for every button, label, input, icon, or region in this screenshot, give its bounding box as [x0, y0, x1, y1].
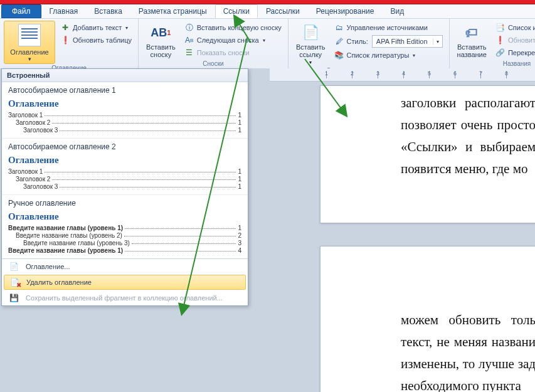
ribbon: Оглавление ▾ ✚ Добавить текст ▾ ❗ Обнови…	[0, 19, 535, 70]
endnote-icon: ⓘ	[184, 23, 194, 33]
style-label: Стиль:	[347, 38, 368, 45]
toc-gallery-panel: Встроенный Автособираемое оглавление 1 О…	[1, 68, 248, 306]
ruler-tick	[480, 71, 506, 78]
toc-button[interactable]: Оглавление ▾	[4, 21, 55, 64]
next-footnote-icon: AB	[184, 35, 194, 45]
citation-style-row: 🖉 Стиль: APA Fifth Edition ▾	[332, 34, 445, 48]
ruler-tick	[455, 71, 480, 78]
update-captions-label: Обновить таблицу	[508, 36, 535, 44]
document-text: можем обновить толь текст, не меняя назв…	[401, 309, 535, 392]
ruler-tick	[378, 71, 403, 78]
plus-icon: ✚	[60, 23, 70, 33]
toc-line: Заголовок 11	[8, 168, 241, 175]
tab-view[interactable]: Вид	[382, 4, 412, 18]
group-captions-label: Названия	[453, 60, 535, 68]
insert-caption-button[interactable]: 🏷 Вставить название	[453, 21, 490, 60]
toc-template-auto1[interactable]: Автособираемое оглавление 1 Оглавление З…	[2, 82, 248, 139]
illustrations-list-button[interactable]: 📑 Список иллюстраций	[493, 22, 535, 33]
insert-footnote-label: Вставить сноску	[146, 43, 176, 58]
style-combo-value: APA Fifth Edition	[373, 38, 432, 45]
toc-line: Заголовок 31	[23, 183, 241, 190]
illustrations-list-label: Список иллюстраций	[508, 24, 535, 31]
tab-mailings[interactable]: Рассылки	[258, 4, 308, 18]
next-footnote-button[interactable]: AB Следующая сноска ▾	[182, 34, 284, 46]
group-captions: 🏷 Вставить название 📑 Список иллюстраций…	[450, 19, 535, 69]
template-title: Автособираемое оглавление 2	[8, 142, 241, 151]
add-text-button[interactable]: ✚ Добавить текст ▾	[58, 22, 134, 33]
toc-line: Заголовок 21	[16, 119, 241, 126]
toc-line: Введите название главы (уровень 2)2	[16, 232, 241, 239]
ruler-tick	[326, 71, 352, 78]
group-footnotes: AB1 Вставить сноску ⓘ Вставить концевую …	[139, 19, 289, 69]
title-bar-strip	[0, 0, 535, 4]
caption-icon: 🏷	[462, 23, 481, 42]
tab-file[interactable]: Файл	[1, 4, 41, 18]
refresh-icon: ❗	[495, 35, 506, 45]
save-selection-icon: 💾	[8, 293, 19, 303]
insert-endnote-button[interactable]: ⓘ Вставить концевую сноску	[182, 22, 284, 33]
toc-button-label: Оглавление	[10, 48, 48, 56]
manage-sources-icon: 🗂	[334, 23, 344, 33]
ribbon-tabs: Файл Главная Вставка Разметка страницы С…	[0, 4, 535, 19]
toc-line: Введите название главы (уровень 3)3	[23, 240, 241, 246]
menu-remove-toc-label: Удалить оглавление	[26, 278, 92, 286]
crossref-button[interactable]: 🔗 Перекрестная ссылка	[493, 47, 535, 58]
show-footnotes-button[interactable]: ☰ Показать сноски	[182, 47, 284, 58]
manage-sources-button[interactable]: 🗂 Управление источниками	[332, 22, 445, 33]
ruler[interactable]	[270, 68, 535, 82]
document-page[interactable]: можем обновить толь текст, не меняя назв…	[320, 246, 535, 392]
insert-citation-button[interactable]: 📄 Вставить ссылку ▾	[292, 21, 329, 66]
next-footnote-label: Следующая сноска	[197, 36, 259, 44]
tab-layout[interactable]: Разметка страницы	[130, 4, 215, 18]
toc-template-manual[interactable]: Ручное оглавление Оглавление Введите наз…	[2, 195, 248, 258]
illustrations-icon: 📑	[495, 23, 506, 33]
menu-toc-dialog-label: Оглавление...	[26, 263, 70, 270]
template-heading: Оглавление	[8, 211, 241, 222]
document-text: заголовки располагают позволяет очень пр…	[401, 92, 535, 180]
crossref-label: Перекрестная ссылка	[508, 49, 535, 56]
tab-references[interactable]: Ссылки	[215, 4, 258, 18]
tab-insert[interactable]: Вставка	[86, 4, 130, 18]
show-footnotes-label: Показать сноски	[197, 49, 250, 56]
insert-caption-label: Вставить название	[457, 43, 487, 58]
bibliography-button[interactable]: 📚 Список литературы ▾	[332, 50, 445, 61]
template-title: Автособираемое оглавление 1	[8, 86, 241, 95]
tab-home[interactable]: Главная	[41, 4, 87, 18]
refresh-icon: ❗	[60, 35, 70, 45]
insert-citation-label: Вставить ссылку	[296, 43, 326, 58]
chevron-down-icon: ▾	[263, 38, 265, 43]
toc-line: Введите название главы (уровень 1)1	[8, 225, 241, 231]
ruler-tick	[429, 71, 455, 78]
update-captions-button[interactable]: ❗ Обновить таблицу	[493, 34, 535, 46]
menu-remove-toc[interactable]: 📄✖ Удалить оглавление	[4, 275, 246, 290]
toc-template-auto2[interactable]: Автособираемое оглавление 2 Оглавление З…	[2, 139, 248, 195]
update-table-button[interactable]: ❗ Обновить таблицу	[58, 34, 134, 46]
document-page[interactable]: заголовки располагают позволяет очень пр…	[320, 85, 535, 223]
menu-save-selection: 💾 Сохранить выделенный фрагмент в коллек…	[2, 290, 248, 305]
style-combo[interactable]: APA Fifth Edition ▾	[372, 35, 443, 48]
ruler-tick	[403, 71, 429, 78]
toc-line: Заголовок 31	[23, 127, 241, 134]
style-icon: 🖉	[334, 36, 344, 46]
crossref-icon: 🔗	[495, 48, 506, 58]
insert-footnote-button[interactable]: AB1 Вставить сноску	[142, 21, 179, 60]
citation-icon: 📄	[301, 23, 320, 42]
toc-icon: 📄	[8, 262, 19, 272]
ruler-tick	[506, 71, 532, 78]
menu-toc-dialog[interactable]: 📄 Оглавление...	[2, 259, 248, 274]
update-table-label: Обновить таблицу	[73, 36, 132, 44]
toc-line: Заголовок 21	[16, 176, 241, 183]
template-heading: Оглавление	[8, 155, 241, 166]
menu-save-selection-label: Сохранить выделенный фрагмент в коллекци…	[26, 294, 223, 302]
chevron-down-icon: ▾	[433, 39, 442, 45]
ruler-tick	[352, 71, 378, 78]
group-citations: 📄 Вставить ссылку ▾ 🗂 Управление источни…	[289, 19, 450, 69]
insert-endnote-label: Вставить концевую сноску	[197, 24, 282, 31]
add-text-label: Добавить текст	[73, 24, 122, 31]
template-heading: Оглавление	[8, 98, 241, 109]
chevron-down-icon: ▾	[125, 25, 128, 31]
tab-review[interactable]: Рецензирование	[308, 4, 383, 18]
group-footnotes-label: Сноски	[142, 60, 284, 68]
group-toc: Оглавление ▾ ✚ Добавить текст ▾ ❗ Обнови…	[0, 19, 139, 69]
chevron-down-icon: ▾	[413, 53, 415, 58]
